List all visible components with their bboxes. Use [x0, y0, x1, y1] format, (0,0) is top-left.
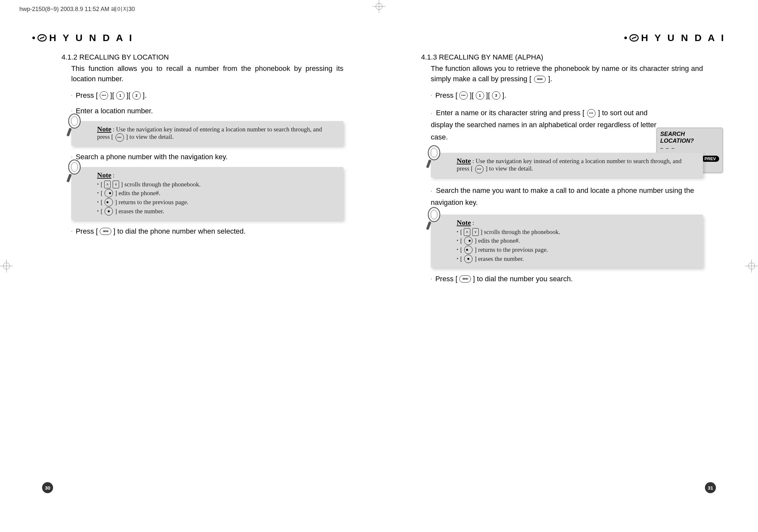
note-text: [	[101, 208, 103, 215]
note-text: ] to view the detail.	[126, 133, 173, 140]
magnifier-icon	[63, 158, 84, 184]
step-text: ][	[470, 91, 473, 100]
note-text: :	[113, 126, 116, 133]
send-key-icon	[100, 228, 111, 235]
note-lines: • [ ∧ ∨ ] scrolls through the phonebook.…	[97, 181, 336, 216]
note-text: ] erases the number.	[115, 208, 164, 215]
bullet-icon: ·	[431, 188, 432, 193]
step-search-nav: · Search a phone number with the navigat…	[71, 153, 343, 161]
svg-point-11	[71, 116, 78, 125]
step-press-send-right: · Press [ ] to dial the number you searc…	[431, 275, 703, 283]
note-text: :	[472, 219, 474, 226]
step-text: ].	[143, 91, 147, 100]
step-press-send-left: · Press [ ] to dial the phone number whe…	[71, 227, 343, 236]
svg-rect-19	[426, 159, 431, 168]
dpad-right-icon	[105, 189, 113, 197]
dpad-center-icon	[464, 255, 472, 263]
note-label: Note	[457, 157, 471, 165]
send-key-icon	[459, 275, 471, 283]
nav-key-icon	[459, 91, 468, 100]
screen-title-1: SEARCH	[660, 131, 719, 138]
brand-row-right: H Y U N D A I	[392, 32, 726, 43]
section-body-right: The function allows you to retrieve the …	[421, 63, 703, 84]
bullet-icon: •	[457, 256, 458, 261]
nav-down-icon: ∨	[472, 228, 479, 236]
note-line-3: • [ ] returns to the previous page.	[457, 246, 695, 254]
crop-mark-left	[0, 259, 13, 273]
note-line-4: • [ ] erases the number.	[97, 207, 336, 216]
bullet-icon: ·	[71, 228, 73, 234]
note-box-1-left: Note : Use the navigation key instead of…	[71, 121, 343, 146]
bullet-icon: •	[97, 191, 99, 196]
note-text: ] returns to the previous page.	[115, 199, 189, 206]
key-2-icon: 2	[132, 91, 141, 100]
nav-up-icon: ∧	[464, 228, 470, 236]
nav-key-icon	[116, 133, 124, 142]
note-text: [	[101, 199, 103, 206]
note-label: Note	[97, 171, 111, 179]
brand-text: H Y U N D A I	[641, 32, 726, 43]
content-left: 4.1.2 RECALLING BY LOCATION This functio…	[32, 43, 366, 236]
step-text: Press [	[435, 91, 457, 100]
file-header-info: hwp-2150(8~9) 2003.8.9 11:52 AM 페이지30	[19, 5, 135, 13]
page-number-left: 30	[42, 482, 53, 493]
note-text: [	[460, 228, 462, 236]
brand-logo-left: H Y U N D A I	[32, 32, 134, 43]
dpad-left-icon	[105, 198, 113, 207]
step-text: Search a phone number with the navigatio…	[76, 153, 227, 161]
screen-title-2: LOCATION?	[660, 138, 719, 144]
step-text: ][	[126, 91, 130, 100]
content-right: 4.1.3 RECALLING BY NAME (ALPHA) The func…	[392, 43, 726, 283]
bullet-icon: •	[457, 229, 458, 235]
svg-point-14	[71, 162, 78, 172]
screen-dashes: – – –	[660, 145, 719, 151]
step-text: Enter a location number.	[76, 107, 153, 115]
note-text: ] scrolls through the phonebook.	[480, 228, 560, 236]
crop-mark-right	[745, 259, 758, 273]
brand-row-left: H Y U N D A I	[32, 32, 366, 43]
step-press-keys-left: · Press [ ][ 1 ][ 2 ].	[71, 91, 343, 100]
bullet-icon: ·	[431, 92, 432, 98]
note-line-1: • [ ∧ ∨ ] scrolls through the phonebook.	[97, 181, 336, 188]
note-label: Note	[457, 218, 471, 226]
note-line-4: • [ ] erases the number.	[457, 255, 695, 263]
step-text: ].	[502, 91, 506, 100]
note-text: [	[101, 190, 103, 197]
bullet-icon: •	[97, 182, 99, 187]
bullet-icon: •	[97, 200, 99, 205]
bullet-icon: ·	[431, 111, 432, 116]
step-text: Enter a name or its character string and…	[436, 109, 585, 117]
step-text: Search the name you want to make a call …	[431, 186, 694, 207]
note-line-1: • [ ∧ ∨ ] scrolls through the phonebook.	[457, 228, 695, 236]
dpad-center-icon	[105, 207, 113, 216]
note-text: [	[460, 237, 462, 244]
spread-container: H Y U N D A I 4.1.2 RECALLING BY LOCATIO…	[0, 0, 758, 532]
bullet-icon: •	[97, 209, 99, 214]
section-heading-right: 4.1.3 RECALLING BY NAME (ALPHA)	[421, 53, 703, 61]
note-line-2: • [ ] edits the phone#.	[97, 189, 336, 197]
note-text: ] edits the phone#.	[474, 237, 520, 244]
note-lines: • [ ∧ ∨ ] scrolls through the phonebook.…	[457, 228, 695, 263]
dpad-left-icon	[464, 246, 472, 254]
note-box-1-right: Note : Use the navigation key instead of…	[431, 153, 703, 177]
key-1-icon: 1	[116, 91, 124, 100]
svg-rect-22	[426, 221, 431, 230]
note-box-2-right: Note : • [ ∧ ∨ ] scrolls through the pho…	[431, 215, 703, 268]
step-press-keys-right: · Press [ ][ 1 ][ 3 ].	[431, 91, 703, 100]
note-line-2: • [ ] edits the phone#.	[457, 237, 695, 245]
svg-point-21	[431, 210, 437, 219]
note-text: ] erases the number.	[474, 255, 524, 262]
note-text: [	[460, 246, 462, 253]
nav-key-icon	[475, 165, 484, 174]
page-number-right: 31	[705, 482, 716, 493]
step-text: ][	[110, 91, 114, 100]
brand-dot-icon	[624, 37, 627, 39]
note-text: ] returns to the previous page.	[474, 246, 548, 253]
note-label: Note	[97, 125, 111, 133]
dpad-right-icon	[464, 237, 472, 245]
nav-key-icon	[100, 91, 108, 100]
note-line-3: • [ ] returns to the previous page.	[97, 198, 336, 207]
note-text: :	[113, 172, 114, 179]
note-text: [	[460, 255, 462, 262]
step-text: Press [	[435, 275, 457, 283]
